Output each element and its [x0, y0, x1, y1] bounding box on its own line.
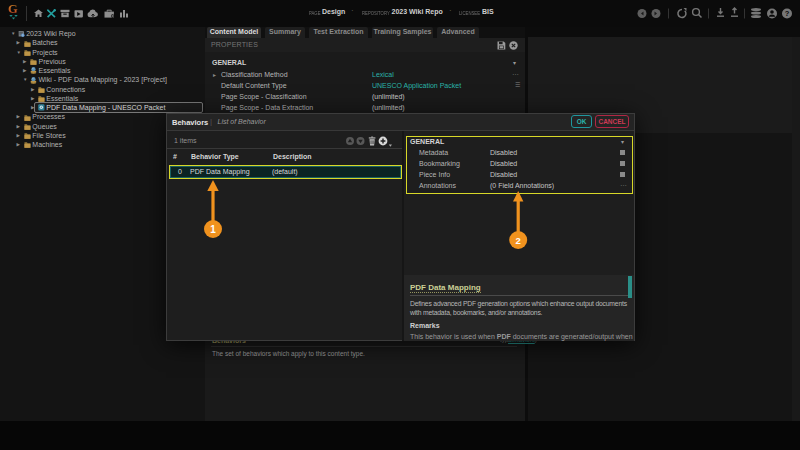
svg-text:2: 2 — [516, 235, 521, 246]
svg-text:?: ? — [785, 9, 790, 18]
svg-text:1: 1 — [210, 224, 216, 235]
